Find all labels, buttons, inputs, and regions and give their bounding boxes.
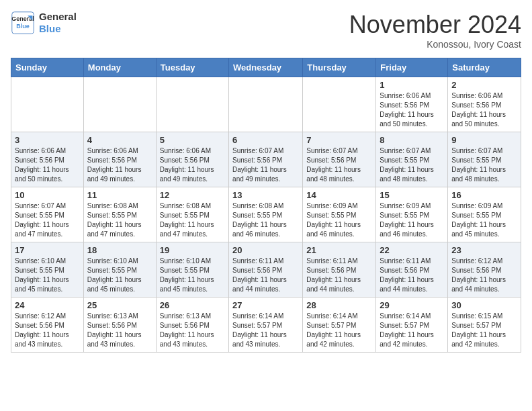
day-number: 19 <box>160 245 225 255</box>
day-number: 16 <box>451 190 517 200</box>
day-number: 14 <box>306 190 372 200</box>
day-number: 17 <box>15 245 80 255</box>
calendar-week-2: 3Sunrise: 6:06 AMSunset: 5:56 PMDaylight… <box>11 132 521 187</box>
day-info: Sunrise: 6:08 AMSunset: 5:55 PMDaylight:… <box>160 201 225 239</box>
calendar-cell: 18Sunrise: 6:10 AMSunset: 5:55 PMDayligh… <box>83 242 156 298</box>
day-number: 10 <box>15 190 80 200</box>
location: Konossou, Ivory Coast <box>349 39 521 50</box>
day-number: 2 <box>451 80 517 90</box>
day-number: 22 <box>380 245 444 255</box>
day-info: Sunrise: 6:09 AMSunset: 5:55 PMDaylight:… <box>451 201 517 239</box>
calendar-cell <box>229 77 303 132</box>
day-info: Sunrise: 6:09 AMSunset: 5:55 PMDaylight:… <box>306 201 372 239</box>
logo-icon: General Blue <box>11 11 35 35</box>
calendar-cell: 1Sunrise: 6:06 AMSunset: 5:56 PMDaylight… <box>376 77 448 132</box>
logo-text-general: General <box>39 11 77 23</box>
day-info: Sunrise: 6:13 AMSunset: 5:56 PMDaylight:… <box>160 312 225 349</box>
calendar-cell: 22Sunrise: 6:11 AMSunset: 5:56 PMDayligh… <box>376 242 448 298</box>
calendar-week-3: 10Sunrise: 6:07 AMSunset: 5:55 PMDayligh… <box>11 187 521 242</box>
calendar-cell: 10Sunrise: 6:07 AMSunset: 5:55 PMDayligh… <box>11 187 84 242</box>
col-header-monday: Monday <box>83 58 156 77</box>
day-info: Sunrise: 6:11 AMSunset: 5:56 PMDaylight:… <box>232 257 299 294</box>
calendar-cell: 26Sunrise: 6:13 AMSunset: 5:56 PMDayligh… <box>156 298 228 353</box>
day-info: Sunrise: 6:07 AMSunset: 5:55 PMDaylight:… <box>380 146 444 184</box>
day-info: Sunrise: 6:14 AMSunset: 5:57 PMDaylight:… <box>380 312 444 349</box>
day-info: Sunrise: 6:14 AMSunset: 5:57 PMDaylight:… <box>306 312 372 349</box>
day-info: Sunrise: 6:12 AMSunset: 5:56 PMDaylight:… <box>451 257 517 294</box>
day-number: 8 <box>380 135 444 145</box>
day-info: Sunrise: 6:10 AMSunset: 5:55 PMDaylight:… <box>160 257 225 294</box>
day-info: Sunrise: 6:07 AMSunset: 5:56 PMDaylight:… <box>306 146 372 184</box>
day-info: Sunrise: 6:06 AMSunset: 5:56 PMDaylight:… <box>160 146 225 184</box>
day-info: Sunrise: 6:12 AMSunset: 5:56 PMDaylight:… <box>15 312 80 349</box>
calendar-cell <box>156 77 228 132</box>
calendar-cell: 8Sunrise: 6:07 AMSunset: 5:55 PMDaylight… <box>376 132 448 187</box>
day-number: 4 <box>87 135 152 145</box>
day-info: Sunrise: 6:11 AMSunset: 5:56 PMDaylight:… <box>306 257 372 294</box>
day-number: 21 <box>306 245 372 255</box>
day-info: Sunrise: 6:06 AMSunset: 5:56 PMDaylight:… <box>87 146 152 184</box>
day-number: 20 <box>232 245 299 255</box>
calendar: SundayMondayTuesdayWednesdayThursdayFrid… <box>11 58 521 353</box>
col-header-sunday: Sunday <box>11 58 84 77</box>
calendar-cell: 25Sunrise: 6:13 AMSunset: 5:56 PMDayligh… <box>83 298 156 353</box>
day-info: Sunrise: 6:13 AMSunset: 5:56 PMDaylight:… <box>87 312 152 349</box>
day-number: 30 <box>451 300 517 310</box>
calendar-cell: 16Sunrise: 6:09 AMSunset: 5:55 PMDayligh… <box>448 187 521 242</box>
calendar-cell: 13Sunrise: 6:08 AMSunset: 5:55 PMDayligh… <box>229 187 303 242</box>
day-info: Sunrise: 6:06 AMSunset: 5:56 PMDaylight:… <box>451 91 517 129</box>
day-number: 26 <box>160 300 225 310</box>
month-title: November 2024 <box>349 11 521 39</box>
day-number: 18 <box>87 245 152 255</box>
day-number: 13 <box>232 190 299 200</box>
day-info: Sunrise: 6:14 AMSunset: 5:57 PMDaylight:… <box>232 312 299 349</box>
calendar-cell: 23Sunrise: 6:12 AMSunset: 5:56 PMDayligh… <box>448 242 521 298</box>
page: General Blue General Blue November 2024 … <box>0 0 532 359</box>
calendar-cell: 27Sunrise: 6:14 AMSunset: 5:57 PMDayligh… <box>229 298 303 353</box>
day-info: Sunrise: 6:07 AMSunset: 5:56 PMDaylight:… <box>232 146 299 184</box>
calendar-cell: 4Sunrise: 6:06 AMSunset: 5:56 PMDaylight… <box>83 132 156 187</box>
col-header-thursday: Thursday <box>303 58 376 77</box>
day-info: Sunrise: 6:08 AMSunset: 5:55 PMDaylight:… <box>87 201 152 239</box>
col-header-friday: Friday <box>376 58 448 77</box>
day-number: 15 <box>380 190 444 200</box>
calendar-cell: 20Sunrise: 6:11 AMSunset: 5:56 PMDayligh… <box>229 242 303 298</box>
day-number: 9 <box>451 135 517 145</box>
calendar-cell: 2Sunrise: 6:06 AMSunset: 5:56 PMDaylight… <box>448 77 521 132</box>
calendar-cell: 5Sunrise: 6:06 AMSunset: 5:56 PMDaylight… <box>156 132 228 187</box>
calendar-cell: 24Sunrise: 6:12 AMSunset: 5:56 PMDayligh… <box>11 298 84 353</box>
calendar-cell: 6Sunrise: 6:07 AMSunset: 5:56 PMDaylight… <box>229 132 303 187</box>
day-info: Sunrise: 6:08 AMSunset: 5:55 PMDaylight:… <box>232 201 299 239</box>
calendar-cell: 17Sunrise: 6:10 AMSunset: 5:55 PMDayligh… <box>11 242 84 298</box>
calendar-cell: 3Sunrise: 6:06 AMSunset: 5:56 PMDaylight… <box>11 132 84 187</box>
day-number: 23 <box>451 245 517 255</box>
svg-text:Blue: Blue <box>16 23 30 30</box>
day-number: 27 <box>232 300 299 310</box>
day-info: Sunrise: 6:07 AMSunset: 5:55 PMDaylight:… <box>451 146 517 184</box>
calendar-cell: 11Sunrise: 6:08 AMSunset: 5:55 PMDayligh… <box>83 187 156 242</box>
day-info: Sunrise: 6:15 AMSunset: 5:57 PMDaylight:… <box>451 312 517 349</box>
col-header-saturday: Saturday <box>448 58 521 77</box>
calendar-cell: 29Sunrise: 6:14 AMSunset: 5:57 PMDayligh… <box>376 298 448 353</box>
calendar-cell <box>11 77 84 132</box>
day-number: 25 <box>87 300 152 310</box>
day-number: 7 <box>306 135 372 145</box>
day-info: Sunrise: 6:07 AMSunset: 5:55 PMDaylight:… <box>15 201 80 239</box>
calendar-cell: 30Sunrise: 6:15 AMSunset: 5:57 PMDayligh… <box>448 298 521 353</box>
title-block: November 2024 Konossou, Ivory Coast <box>349 11 521 50</box>
col-header-wednesday: Wednesday <box>229 58 303 77</box>
day-number: 6 <box>232 135 299 145</box>
calendar-cell: 12Sunrise: 6:08 AMSunset: 5:55 PMDayligh… <box>156 187 228 242</box>
day-number: 12 <box>160 190 225 200</box>
day-number: 3 <box>15 135 80 145</box>
day-number: 28 <box>306 300 372 310</box>
calendar-cell <box>303 77 376 132</box>
day-number: 24 <box>15 300 80 310</box>
calendar-cell: 15Sunrise: 6:09 AMSunset: 5:55 PMDayligh… <box>376 187 448 242</box>
calendar-cell: 14Sunrise: 6:09 AMSunset: 5:55 PMDayligh… <box>303 187 376 242</box>
day-info: Sunrise: 6:10 AMSunset: 5:55 PMDaylight:… <box>15 257 80 294</box>
day-info: Sunrise: 6:11 AMSunset: 5:56 PMDaylight:… <box>380 257 444 294</box>
day-number: 29 <box>380 300 444 310</box>
calendar-week-5: 24Sunrise: 6:12 AMSunset: 5:56 PMDayligh… <box>11 298 521 353</box>
day-number: 1 <box>380 80 444 90</box>
